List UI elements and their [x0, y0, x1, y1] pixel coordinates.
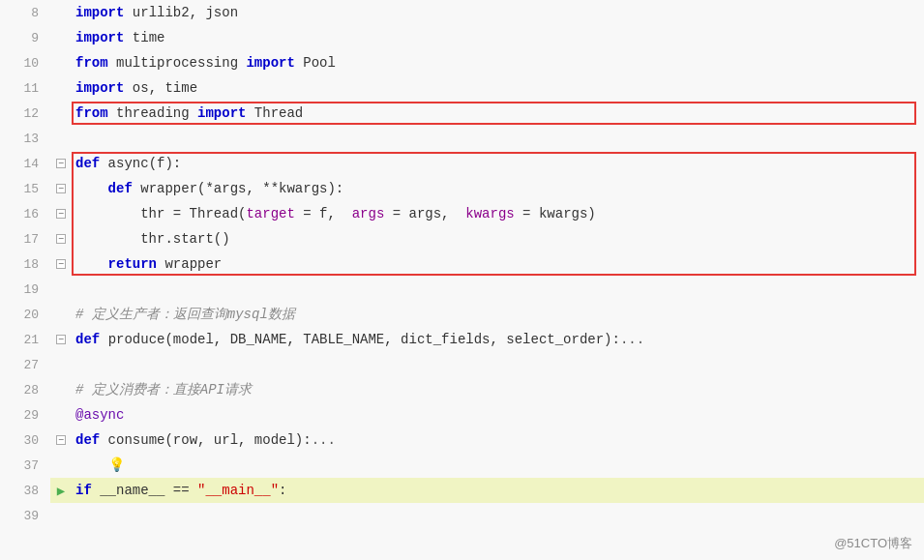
- token-normal: thr = Thread(: [75, 201, 246, 226]
- line-content-30: def consume(row, url, model):...: [72, 427, 924, 453]
- line-content-17: thr.start(): [72, 226, 924, 251]
- line-gutter-21[interactable]: −: [50, 327, 72, 352]
- line-gutter-18[interactable]: −: [50, 251, 72, 277]
- fold-icon[interactable]: −: [56, 184, 66, 193]
- fold-icon[interactable]: −: [56, 209, 66, 219]
- line-content-12: from threading import Thread: [72, 101, 924, 126]
- token-param: target: [246, 201, 294, 226]
- fold-icon[interactable]: −: [56, 159, 66, 168]
- line-number-9: 9: [0, 25, 50, 50]
- token-normal: Thread: [246, 101, 303, 126]
- line-gutter-19: [50, 277, 72, 302]
- line-gutter-12: [50, 101, 72, 126]
- line-number-19: 19: [0, 277, 50, 302]
- run-icon[interactable]: ▶: [57, 483, 65, 499]
- token-kw-return: return: [108, 251, 157, 277]
- code-line-18: 18− return wrapper: [0, 251, 924, 277]
- token-normal: Pool: [295, 50, 336, 75]
- code-line-10: 10from multiprocessing import Pool: [0, 50, 924, 75]
- token-comment: # 定义生产者：返回查询mysql数据: [75, 302, 295, 327]
- line-number-30: 30: [0, 427, 50, 453]
- line-content-39: [72, 503, 924, 528]
- token-ellipsis: ...: [620, 327, 644, 352]
- token-normal: = f,: [295, 201, 352, 226]
- code-line-20: 20# 定义生产者：返回查询mysql数据: [0, 302, 924, 327]
- token-kw-import: import: [75, 75, 124, 101]
- token-normal: consume(row, url, model):: [100, 427, 311, 453]
- line-content-38: if __name__ == "__main__":: [72, 478, 924, 503]
- line-gutter-37: [50, 453, 72, 478]
- line-content-15: def wrapper(*args, **kwargs):: [72, 176, 924, 201]
- line-gutter-13: [50, 126, 72, 151]
- line-content-21: def produce(model, DB_NAME, TABLE_NAME, …: [72, 327, 924, 352]
- token-kw-def: def: [108, 176, 133, 201]
- code-line-8: 8import urllib2, json: [0, 0, 924, 25]
- line-content-20: # 定义生产者：返回查询mysql数据: [72, 302, 924, 327]
- line-gutter-16[interactable]: −: [50, 201, 72, 226]
- token-kw-import: import: [75, 25, 124, 50]
- line-content-18: return wrapper: [72, 251, 924, 277]
- line-number-18: 18: [0, 251, 50, 277]
- code-area: 8import urllib2, json9import time10from …: [0, 0, 924, 560]
- line-content-8: import urllib2, json: [72, 0, 924, 25]
- line-number-20: 20: [0, 302, 50, 327]
- line-number-10: 10: [0, 50, 50, 75]
- line-number-15: 15: [0, 176, 50, 201]
- watermark: @51CTO博客: [834, 535, 912, 552]
- token-kw-import: import: [246, 50, 294, 75]
- line-gutter-38[interactable]: ▶: [50, 478, 72, 503]
- line-content-29: @async: [72, 402, 924, 427]
- line-content-28: # 定义消费者：直接API请求: [72, 377, 924, 402]
- token-decorator: @async: [75, 402, 124, 427]
- code-line-12: 12from threading import Thread: [0, 101, 924, 126]
- line-gutter-30[interactable]: −: [50, 427, 72, 453]
- code-line-30: 30−def consume(row, url, model):...: [0, 427, 924, 453]
- line-number-12: 12: [0, 101, 50, 126]
- token-normal: threading: [108, 101, 197, 126]
- token-normal: produce(model, DB_NAME, TABLE_NAME, dict…: [108, 327, 620, 352]
- code-line-13: 13: [0, 126, 924, 151]
- token-normal: async(f):: [100, 151, 181, 176]
- code-line-16: 16− thr = Thread(target = f, args = args…: [0, 201, 924, 226]
- line-content-9: import time: [72, 25, 924, 50]
- token-kw-def: def: [75, 427, 100, 453]
- code-line-38: 38▶if __name__ == "__main__":: [0, 478, 924, 503]
- code-line-11: 11import os, time: [0, 75, 924, 101]
- token-kw-import: import: [197, 101, 246, 126]
- token-normal: [75, 251, 108, 277]
- token-kw-from: from: [75, 101, 108, 126]
- token-param: kwargs: [465, 201, 514, 226]
- line-number-11: 11: [0, 75, 50, 101]
- code-line-15: 15− def wrapper(*args, **kwargs):: [0, 176, 924, 201]
- fold-icon[interactable]: −: [56, 335, 66, 344]
- token-normal: [100, 327, 107, 352]
- line-content-37: 💡: [72, 453, 924, 478]
- token-normal: __name__ ==: [92, 478, 197, 503]
- token-kw-from: from: [75, 50, 108, 75]
- token-kw-def: def: [75, 327, 100, 352]
- line-number-8: 8: [0, 0, 50, 25]
- line-number-13: 13: [0, 126, 50, 151]
- fold-icon[interactable]: −: [56, 259, 66, 269]
- token-normal: time: [124, 25, 164, 50]
- line-content-16: thr = Thread(target = f, args = args, kw…: [72, 201, 924, 226]
- line-gutter-17[interactable]: −: [50, 226, 72, 251]
- line-number-28: 28: [0, 377, 50, 402]
- fold-icon[interactable]: −: [56, 435, 66, 445]
- line-gutter-29: [50, 402, 72, 427]
- token-kw-def: def: [75, 151, 100, 176]
- token-param: args: [352, 201, 385, 226]
- code-line-39: 39: [0, 503, 924, 528]
- line-gutter-14[interactable]: −: [50, 151, 72, 176]
- line-gutter-20: [50, 302, 72, 327]
- line-gutter-27: [50, 352, 72, 377]
- line-gutter-28: [50, 377, 72, 402]
- line-gutter-15[interactable]: −: [50, 176, 72, 201]
- code-line-37: 37 💡: [0, 453, 924, 478]
- token-comment: # 定义消费者：直接API请求: [75, 377, 252, 402]
- line-number-38: 38: [0, 478, 50, 503]
- line-gutter-8: [50, 0, 72, 25]
- fold-icon[interactable]: −: [56, 234, 66, 244]
- token-normal: urllib2, json: [124, 0, 238, 25]
- line-gutter-39: [50, 503, 72, 528]
